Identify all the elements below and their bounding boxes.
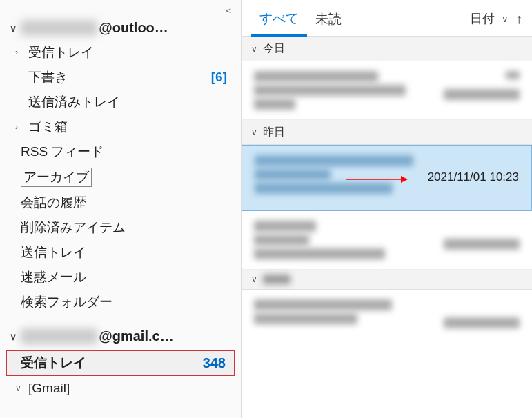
chevron-down-icon: ∨ bbox=[502, 14, 509, 24]
account-name-masked: xxxxxxxxxx bbox=[21, 328, 97, 344]
folder-label: 下書き bbox=[28, 68, 211, 86]
folder-drafts[interactable]: 下書き [6] bbox=[0, 65, 241, 90]
tab-all[interactable]: すべて bbox=[251, 6, 307, 37]
folder-deleted-items[interactable]: 削除済みアイテム bbox=[0, 215, 241, 240]
folder-archive[interactable]: アーカイブ bbox=[0, 164, 241, 190]
group-header-today[interactable]: ∨ 今日 bbox=[242, 37, 532, 61]
chevron-down-icon: ∨ bbox=[251, 44, 257, 54]
folder-gmail-root[interactable]: ∨ [Gmail] bbox=[0, 377, 241, 399]
folder-label: 受信トレイ bbox=[28, 43, 227, 61]
chevron-down-icon: ∨ bbox=[15, 384, 25, 393]
folder-count: [6] bbox=[211, 70, 227, 85]
arrow-up-icon[interactable]: ↑ bbox=[515, 11, 522, 27]
folder-sidebar: < ∨ xxxxxxxxxx @outloo… › 受信トレイ 下書き [6] … bbox=[0, 0, 242, 418]
folder-label: 迷惑メール bbox=[21, 268, 227, 286]
chevron-down-icon: ∨ bbox=[10, 331, 17, 342]
folder-inbox-gmail[interactable]: 受信トレイ 348 bbox=[6, 350, 235, 376]
message-list-pane: すべて 未読 日付 ∨ ↑ ∨ 今日 ∨ 昨日 2021/11/01 10:23 bbox=[242, 0, 532, 418]
group-header-masked[interactable]: ∨ xxx bbox=[242, 270, 532, 290]
message-item[interactable] bbox=[242, 61, 532, 120]
folder-trash[interactable]: › ゴミ箱 bbox=[0, 115, 241, 139]
folder-count: 348 bbox=[203, 355, 226, 371]
sort-label: 日付 bbox=[470, 10, 495, 27]
chevron-down-icon: ∨ bbox=[251, 128, 257, 137]
account-header-outlook[interactable]: ∨ xxxxxxxxxx @outloo… bbox=[0, 16, 241, 40]
folder-label: 検索フォルダー bbox=[21, 293, 227, 311]
group-header-yesterday[interactable]: ∨ 昨日 bbox=[242, 120, 532, 145]
group-label-masked: xxx bbox=[263, 275, 290, 284]
chevron-right-icon: › bbox=[15, 48, 25, 57]
folder-label: 受信トレイ bbox=[21, 354, 203, 372]
tab-unread[interactable]: 未読 bbox=[307, 6, 350, 35]
folder-label: 削除済みアイテム bbox=[21, 219, 227, 237]
folder-conversation-history[interactable]: 会話の履歴 bbox=[0, 190, 241, 215]
message-item[interactable] bbox=[242, 211, 532, 270]
folder-sent[interactable]: 送信済みトレイ bbox=[0, 90, 241, 115]
folder-label: ゴミ箱 bbox=[28, 118, 227, 136]
chevron-down-icon: ∨ bbox=[10, 23, 17, 34]
collapse-sidebar-icon[interactable]: < bbox=[0, 6, 241, 16]
folder-label: 送信トレイ bbox=[21, 243, 227, 261]
account-name-masked: xxxxxxxxxx bbox=[21, 20, 97, 36]
group-label: 昨日 bbox=[263, 125, 285, 139]
annotation-arrow bbox=[346, 175, 408, 184]
folder-rss[interactable]: RSS フィード bbox=[0, 139, 241, 164]
account-domain: @gmail.c… bbox=[99, 328, 173, 344]
folder-junk[interactable]: 迷惑メール bbox=[0, 265, 241, 290]
group-label: 今日 bbox=[263, 41, 285, 56]
folder-label: 会話の履歴 bbox=[21, 194, 227, 212]
folder-label: RSS フィード bbox=[21, 143, 227, 161]
sort-dropdown[interactable]: 日付 ∨ ↑ bbox=[470, 10, 522, 31]
message-timestamp: 2021/11/01 10:23 bbox=[428, 170, 519, 184]
filter-tabs: すべて 未読 日付 ∨ ↑ bbox=[242, 0, 532, 37]
folder-search-folders[interactable]: 検索フォルダー bbox=[0, 290, 241, 315]
account-domain: @outloo… bbox=[99, 20, 168, 36]
folder-inbox[interactable]: › 受信トレイ bbox=[0, 40, 241, 65]
folder-label: 送信済みトレイ bbox=[28, 93, 227, 111]
folder-outbox[interactable]: 送信トレイ bbox=[0, 240, 241, 265]
folder-label: [Gmail] bbox=[28, 381, 227, 396]
message-item[interactable] bbox=[242, 290, 532, 339]
message-item-selected[interactable]: 2021/11/01 10:23 bbox=[242, 145, 532, 211]
svg-marker-1 bbox=[401, 176, 408, 183]
chevron-down-icon: ∨ bbox=[251, 275, 257, 284]
chevron-right-icon: › bbox=[15, 122, 25, 132]
folder-label: アーカイブ bbox=[21, 168, 92, 187]
account-header-gmail[interactable]: ∨ xxxxxxxxxx @gmail.c… bbox=[0, 324, 241, 348]
